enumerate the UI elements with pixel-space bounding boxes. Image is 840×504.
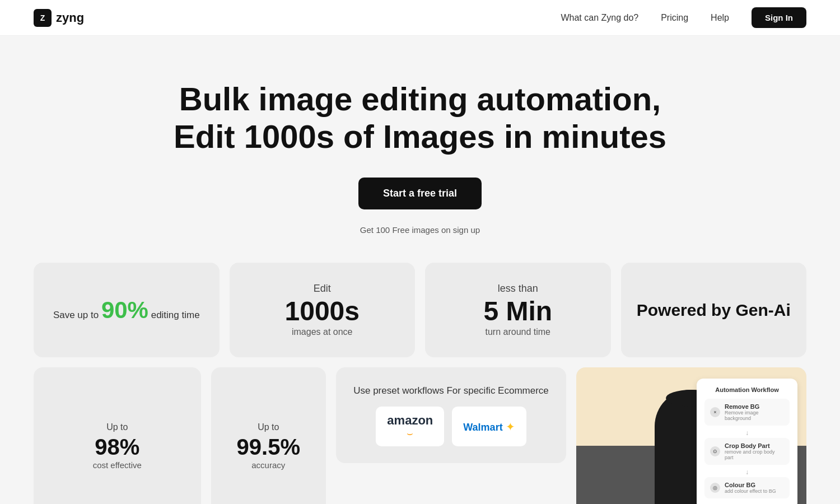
workflow-step-1: × Remove BG Remove image background: [704, 399, 790, 426]
workflow-step-2-icon: ⊙: [710, 446, 720, 456]
card-image-workflow: Automation Workflow × Remove BG Remove i…: [576, 367, 806, 504]
workflow-step-3-name: Colour BG: [725, 482, 776, 488]
preset-title: Use preset workflows For specific Ecomme…: [353, 384, 549, 398]
card-accuracy: Up to 99.5% accuracy: [211, 367, 326, 504]
less-min: 5 Min: [483, 298, 552, 325]
save-time-text: Save up to 90% editing time: [53, 297, 200, 324]
edit-label: Edit: [314, 283, 331, 295]
less-sub: turn around time: [485, 327, 550, 337]
amazon-logo: amazon ⌣: [387, 413, 433, 440]
hero-headline: Bulk image editing automation, Edit 1000…: [34, 81, 806, 155]
save-pct: 90%: [101, 297, 148, 323]
walmart-logo-box: Walmart ✦: [452, 407, 526, 446]
accuracy-sub: accuracy: [251, 460, 285, 470]
workflow-step-1-icon: ×: [710, 407, 720, 417]
logo-text: zyng: [56, 11, 84, 25]
hero-headline-line1: Bulk image editing automation,: [179, 81, 661, 117]
card-gen-ai: Powered by Gen-Ai: [621, 263, 807, 357]
stats-row-2: Up to 98% cost effective Up to 99.5% acc…: [34, 367, 806, 504]
cards-section: Save up to 90% editing time Edit 1000s i…: [0, 263, 840, 504]
card-save-time: Save up to 90% editing time: [34, 263, 220, 357]
gen-ai-text: Powered by Gen-Ai: [637, 300, 791, 321]
cost-label: Up to: [106, 422, 128, 432]
workflow-arrow-1: ↓: [704, 429, 790, 437]
card-edit-1000s: Edit 1000s images at once: [230, 263, 416, 357]
amazon-logo-box: amazon ⌣: [376, 407, 444, 446]
workflow-step-3: ◎ Colour BG add colour effect to BG: [704, 477, 790, 498]
edit-sub: images at once: [292, 327, 353, 337]
nav-links: What can Zyng do? Pricing Help Sign In: [561, 7, 806, 28]
save-prefix: Save up to: [53, 310, 99, 320]
logo-icon: Z: [34, 9, 52, 27]
stats-row-1: Save up to 90% editing time Edit 1000s i…: [34, 263, 806, 357]
card-preset-workflows: Use preset workflows For specific Ecomme…: [336, 367, 566, 463]
workflow-step-2-name: Crop Body Part: [725, 442, 784, 449]
workflow-step-2-desc: remove and crop body part: [725, 449, 784, 460]
preset-logos: amazon ⌣ Walmart ✦: [376, 407, 526, 446]
less-label: less than: [498, 283, 538, 295]
walmart-star-icon: ✦: [506, 421, 515, 433]
nav-help[interactable]: Help: [711, 13, 729, 23]
workflow-step-2: ⊙ Crop Body Part remove and crop body pa…: [704, 438, 790, 465]
workflow-step-3-desc: add colour effect to BG: [725, 488, 776, 494]
logo[interactable]: Z zyng: [34, 9, 84, 27]
card-cost-effective: Up to 98% cost effective: [34, 367, 201, 504]
cost-pct: 98%: [95, 436, 139, 458]
navbar: Z zyng What can Zyng do? Pricing Help Si…: [0, 0, 840, 36]
accuracy-label: Up to: [258, 422, 279, 432]
workflow-step-3-icon: ◎: [710, 483, 720, 493]
walmart-text: Walmart: [463, 422, 505, 433]
amazon-text: amazon: [387, 413, 433, 427]
workflow-panel-title: Automation Workflow: [704, 386, 790, 393]
walmart-logo: Walmart ✦: [463, 420, 515, 433]
hero-section: Bulk image editing automation, Edit 1000…: [0, 36, 840, 263]
cost-sub: cost effective: [93, 460, 142, 470]
free-note: Get 100 Free images on sign up: [34, 225, 806, 235]
amazon-arrow-icon: ⌣: [407, 428, 413, 439]
card-less-than-5: less than 5 Min turn around time: [425, 263, 611, 357]
workflow-arrow-2: ↓: [704, 468, 790, 476]
nav-pricing[interactable]: Pricing: [661, 13, 688, 23]
signin-button[interactable]: Sign In: [752, 7, 806, 28]
cta-button[interactable]: Start a free trial: [358, 178, 482, 209]
workflow-panel: Automation Workflow × Remove BG Remove i…: [697, 379, 797, 504]
save-suffix: editing time: [151, 310, 200, 320]
workflow-step-1-desc: Remove image background: [725, 410, 784, 421]
workflow-step-1-name: Remove BG: [725, 403, 784, 410]
edit-number: 1000s: [285, 298, 360, 325]
accuracy-pct: 99.5%: [237, 436, 300, 458]
hero-headline-line2: Edit 1000s of Images in minutes: [174, 118, 666, 155]
nav-what-can-zyng[interactable]: What can Zyng do?: [561, 13, 638, 23]
